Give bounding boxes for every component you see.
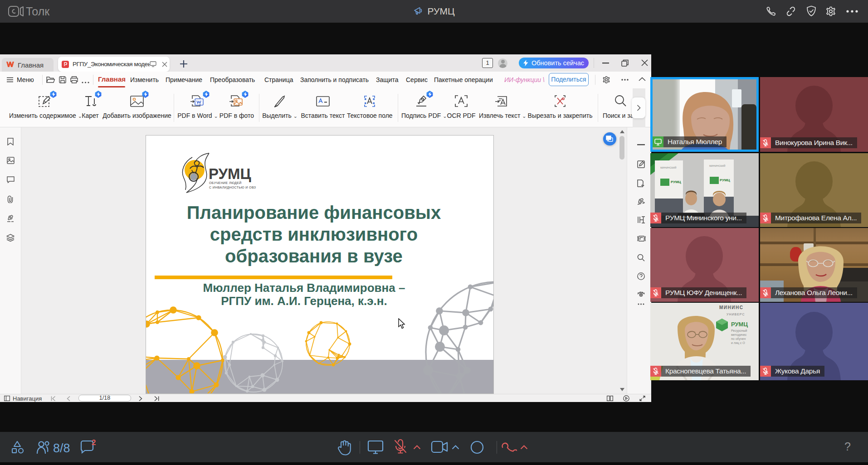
svg-text:УНИВЕРС: УНИВЕРС: [727, 313, 745, 316]
svg-text:МИНИНСКИЙ: МИНИНСКИЙ: [660, 166, 677, 169]
svg-text:РУМЦ: РУМЦ: [720, 178, 730, 182]
svg-text:РУМЦ: РУМЦ: [671, 180, 681, 184]
svg-text:С ИНВАЛИДНОСТЬЮ И ОВЗ: С ИНВАЛИДНОСТЬЮ И ОВЗ: [209, 186, 256, 189]
svg-text:РУМЦ: РУМЦ: [731, 321, 748, 328]
svg-text:и лиц с О: и лиц с О: [731, 341, 745, 345]
svg-text:ОБУЧЕНИЕ ЛЮДЕЙ: ОБУЧЕНИЕ ЛЮДЕЙ: [209, 181, 242, 185]
svg-text:методичес: методичес: [731, 333, 747, 337]
svg-text:Ресурсный: Ресурсный: [731, 329, 747, 333]
svg-text:МИНИНСКИЙ: МИНИНСКИЙ: [709, 164, 726, 167]
svg-text:МИНИНС: МИНИНС: [719, 305, 743, 310]
svg-text:по обучен: по обучен: [731, 337, 746, 341]
svg-text:2: 2: [92, 440, 96, 447]
svg-text:РУМЦ: РУМЦ: [209, 165, 251, 182]
